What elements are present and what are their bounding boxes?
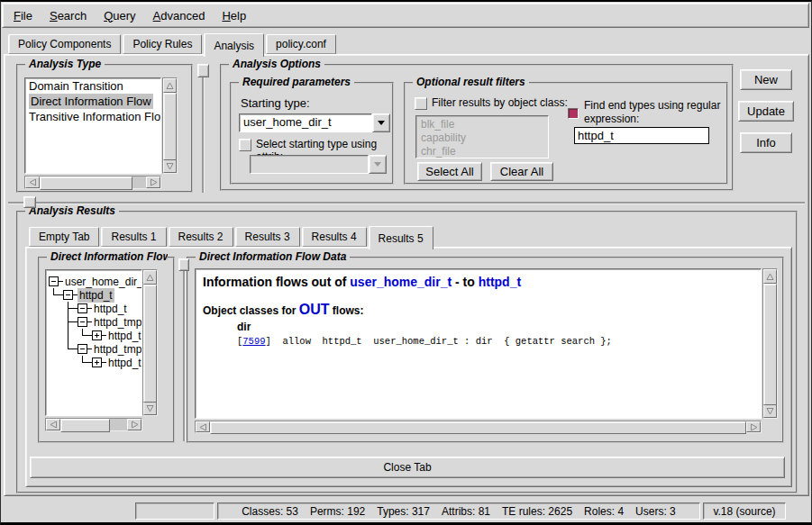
tree-collapse-icon[interactable] [78,303,87,313]
tab-policy-components[interactable]: Policy Components [8,34,121,54]
scroll-left-button[interactable] [196,421,210,432]
analysis-type-title: Analysis Type [25,58,105,70]
pane-sash-handle[interactable] [197,64,209,77]
regex-checkbox[interactable] [568,108,579,119]
tab-results-4[interactable]: Results 4 [302,227,367,247]
tree-node-label[interactable]: user_home_dir_t [63,275,142,289]
scrollbar-track[interactable] [763,284,777,403]
starting-type-combobox[interactable]: user_home_dir_t [239,113,390,132]
object-class-item: blk_file [421,118,543,131]
scrollbar-track[interactable] [210,421,746,432]
tab-results-1[interactable]: Results 1 [101,227,166,247]
tab-analysis[interactable]: Analysis [204,33,264,57]
scroll-left-button[interactable] [46,419,60,430]
tree-row[interactable]: httpd_t [49,356,141,369]
scroll-right-button[interactable] [146,177,160,188]
attrib-combobox-value [250,155,369,174]
rule-id-link[interactable]: 7599 [242,336,265,347]
tree-node-label[interactable]: httpd_tmp_t [92,315,142,330]
scroll-up-button[interactable] [763,269,777,284]
analysis-type-vscrollbar[interactable] [162,77,178,174]
tree-node-label[interactable]: httpd_t [92,302,129,316]
data-vscrollbar[interactable] [762,268,778,419]
tree-node-label[interactable]: httpd_t [106,356,142,370]
results-sash-handle[interactable] [23,196,36,208]
menu-query[interactable]: Query [101,7,138,24]
scroll-up-button[interactable] [143,270,157,285]
new-button[interactable]: New [740,69,792,90]
tree-node-label[interactable]: httpd_tmpfs_t [92,342,142,357]
combobox-dropdown-button[interactable] [372,113,390,132]
tree-row[interactable]: httpd_t [49,329,141,342]
analysis-type-hscrollbar[interactable] [24,176,161,189]
tree-row[interactable]: user_home_dir_t [49,275,141,288]
list-item[interactable]: Domain Transition [25,78,160,94]
analysis-type-listbox[interactable]: Domain Transition Direct Information Flo… [24,77,161,174]
tree-row[interactable]: httpd_tmpfs_t [49,342,141,356]
scroll-right-button[interactable] [746,421,761,432]
tree-collapse-icon[interactable] [49,276,59,286]
tab-results-3[interactable]: Results 3 [235,227,300,247]
tree-data-sash-handle[interactable] [178,258,189,271]
scroll-right-button[interactable] [127,419,141,430]
scroll-down-button[interactable] [143,401,157,415]
stat-perms: Perms: 192 [310,505,365,518]
scroll-up-button[interactable] [163,78,177,93]
scrollbar-thumb[interactable] [40,177,132,190]
tree-collapse-icon[interactable] [63,290,73,300]
scroll-left-button[interactable] [25,177,40,188]
tab-results-2[interactable]: Results 2 [169,227,233,247]
scroll-down-button[interactable] [763,403,777,418]
menu-advanced[interactable]: Advanced [151,7,208,24]
results-sash-line[interactable] [8,202,805,204]
scroll-down-button[interactable] [163,158,177,173]
info-button[interactable]: Info [740,132,792,153]
tree-expand-icon[interactable] [92,358,102,367]
menu-file[interactable]: File [11,7,35,24]
scrollbar-thumb[interactable] [163,93,177,160]
tree-guide [63,315,78,329]
tree-collapse-icon[interactable] [78,317,87,327]
scrollbar-track[interactable] [40,177,146,188]
tree-node-label[interactable]: httpd_t [106,329,142,343]
scrollbar-track[interactable] [163,93,177,158]
list-item[interactable]: Direct Information Flow [25,94,160,109]
tree-vscrollbar[interactable] [142,269,158,416]
menu-search[interactable]: Search [47,7,89,24]
tab-results-5[interactable]: Results 5 [369,226,433,249]
tree-node-label-selected[interactable]: httpd_t [78,288,114,303]
scrollbar-thumb[interactable] [60,419,110,432]
tree-data-sash-line[interactable] [183,271,185,441]
scrollbar-thumb[interactable] [143,285,157,403]
filter-by-class-checkbox[interactable] [415,97,427,110]
pane-sash-line[interactable] [202,77,204,193]
tree-row[interactable]: httpd_t [49,288,141,302]
select-all-button[interactable]: Select All [417,162,482,181]
tree-row[interactable]: httpd_tmp_t [49,315,141,329]
scrollbar-track[interactable] [60,419,127,430]
scrollbar-track[interactable] [143,285,157,401]
attrib-checkbox[interactable] [239,139,251,151]
starting-type-value[interactable]: user_home_dir_t [239,113,372,132]
scrollbar-thumb[interactable] [763,284,777,405]
scrollbar-thumb[interactable] [210,421,746,434]
tree-guide [63,342,78,356]
tree-row[interactable]: httpd_t [49,302,141,315]
flow-data-textarea[interactable]: Information flows out of user_home_dir_t… [195,268,762,419]
tree-hscrollbar[interactable] [45,418,142,431]
selected-list-item[interactable]: Direct Information Flow [29,94,153,109]
flow-tree[interactable]: user_home_dir_t httpd_t httpd_t httpd_tm… [45,269,142,416]
list-item[interactable]: Transitive Information Flow [25,109,160,124]
tab-policy-conf[interactable]: policy.conf [266,34,336,54]
update-button[interactable]: Update [738,101,794,122]
regex-input[interactable] [574,127,709,144]
optional-result-filters-group: Optional result filters Filter results b… [404,82,728,185]
clear-all-button[interactable]: Clear All [490,162,553,181]
tree-expand-icon[interactable] [92,330,102,340]
tree-collapse-icon[interactable] [78,344,87,354]
data-hscrollbar[interactable] [195,421,762,433]
tab-policy-rules[interactable]: Policy Rules [123,34,202,54]
menu-help[interactable]: Help [219,7,249,24]
close-tab-button[interactable]: Close Tab [30,457,785,478]
tab-empty[interactable]: Empty Tab [29,227,99,247]
